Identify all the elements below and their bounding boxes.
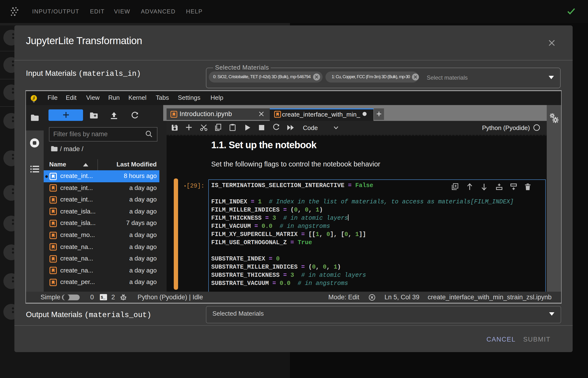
svg-text:$_: $_ [101, 296, 106, 300]
